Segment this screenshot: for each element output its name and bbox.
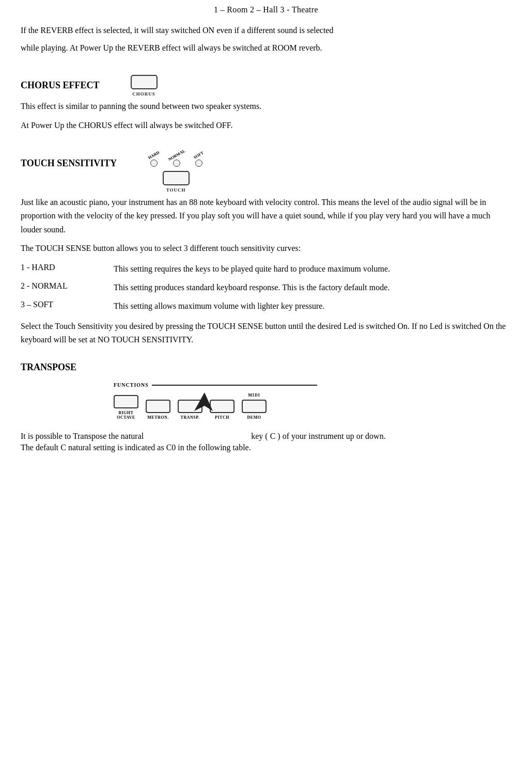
func-btn-demo: DEMO: [242, 400, 267, 420]
chorus-button: [131, 75, 158, 89]
settings-val-soft: This setting allows maximum volume with …: [114, 300, 511, 312]
touch-desc2: The TOUCH SENSE button allows you to sel…: [21, 242, 511, 255]
chorus-desc1: This effect is similar to panning the so…: [21, 100, 511, 113]
led-normal: [173, 160, 180, 167]
func-btn-pitch: PITCH: [210, 400, 234, 420]
led-soft-label: SOFT: [193, 150, 205, 160]
chorus-button-label: CHORUS: [132, 91, 155, 97]
touch-title: TOUCH SENSITIVITY: [21, 158, 117, 169]
chorus-title: CHORUS EFFECT: [21, 80, 100, 91]
func-btn-right-octave: RIGHTOCTAVE: [114, 395, 138, 420]
func-btn-metron: METRON.: [146, 400, 170, 420]
transp-arrow-icon: [194, 392, 213, 411]
functions-line: [152, 385, 317, 386]
settings-val-hard: This setting requires the keys to be pla…: [114, 263, 511, 275]
func-btn-transp: TRANSP.: [178, 400, 202, 420]
led-soft: [195, 160, 202, 167]
func-btn-label-transp: TRANSP.: [181, 415, 200, 420]
touch-desc1: Just like an acoustic piano, your instru…: [21, 196, 511, 236]
led-hard-label: HARD: [148, 150, 161, 161]
func-btn-label-right-octave: RIGHTOCTAVE: [117, 410, 135, 420]
svg-marker-0: [194, 392, 213, 411]
functions-diagram: FUNCTIONS RIGHTOCTAVE METRON. TRANSP.: [114, 382, 511, 420]
func-btn-label-pitch: PITCH: [215, 415, 229, 420]
transpose-bottom2: key ( C ) of your instrument up or down.: [251, 432, 385, 441]
settings-row-hard: 1 - HARD This setting requires the keys …: [21, 263, 511, 275]
reverb-text2: while playing. At Power Up the REVERB ef…: [21, 41, 511, 55]
page-nav: 1 – Room 2 – Hall 3 - Theatre: [21, 5, 511, 14]
transpose-bottom3: The default C natural setting is indicat…: [21, 441, 511, 454]
transpose-title: TRANSPOSE: [21, 362, 511, 373]
touch-bottom: Select the Touch Sensitivity you desired…: [21, 320, 511, 347]
func-btn-rect-pitch: [210, 400, 234, 413]
func-btn-rect-right-octave: [114, 395, 138, 408]
transpose-bottom-row1: It is possible to Transpose the natural …: [21, 431, 511, 441]
chorus-desc2: At Power Up the CHORUS effect will alway…: [21, 119, 511, 132]
touch-settings-table: 1 - HARD This setting requires the keys …: [21, 263, 511, 312]
func-btn-rect-demo: [242, 400, 267, 413]
settings-row-normal: 2 - NORMAL This setting produces standar…: [21, 281, 511, 294]
func-btn-rect-metron: [146, 400, 170, 413]
func-btn-label-metron: METRON.: [147, 415, 169, 420]
touch-button-label: TOUCH: [166, 187, 186, 193]
settings-key-normal: 2 - NORMAL: [21, 281, 114, 291]
settings-row-soft: 3 – SOFT This setting allows maximum vol…: [21, 300, 511, 312]
settings-key-soft: 3 – SOFT: [21, 300, 114, 309]
transpose-bottom1: It is possible to Transpose the natural: [21, 432, 144, 441]
functions-buttons-row: RIGHTOCTAVE METRON. TRANSP.: [114, 393, 267, 420]
reverb-text1: If the REVERB effect is selected, it wil…: [21, 24, 511, 37]
settings-key-hard: 1 - HARD: [21, 263, 114, 272]
midi-label: MIDI: [248, 393, 260, 398]
touch-button: [163, 171, 190, 185]
led-hard: [150, 160, 158, 167]
functions-label: FUNCTIONS: [114, 382, 149, 388]
chorus-button-diagram: CHORUS: [131, 75, 158, 97]
touch-diagram: HARD NORMAL SOFT TOUCH: [148, 153, 204, 193]
func-btn-label-demo: DEMO: [247, 415, 261, 420]
settings-val-normal: This setting produces standard keyboard …: [114, 281, 511, 294]
